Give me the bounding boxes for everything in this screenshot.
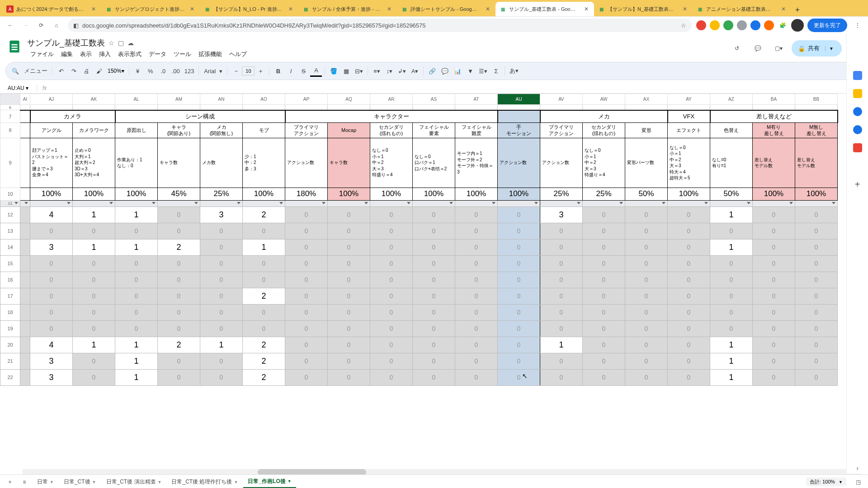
data-cell[interactable]: 0: [370, 206, 413, 223]
halign-button[interactable]: ≡▾: [371, 65, 382, 77]
percent-cell[interactable]: 100%: [328, 188, 370, 200]
spreadsheet-grid[interactable]: AIAJAKALAMANAOAPAQARASATAUAVAWAXAYAZBABB…: [0, 94, 838, 386]
data-cell[interactable]: 0: [795, 320, 838, 337]
data-cell[interactable]: 0: [540, 353, 583, 369]
filter-button[interactable]: [583, 200, 625, 206]
close-tab-icon[interactable]: ✕: [387, 6, 393, 12]
percent-cell[interactable]: 100%: [413, 188, 455, 200]
data-cell[interactable]: 0: [795, 239, 838, 255]
data-cell[interactable]: 1: [200, 337, 243, 353]
chevron-down-icon[interactable]: ▼: [825, 46, 834, 51]
data-cell[interactable]: 0: [753, 223, 795, 239]
data-cell[interactable]: 3: [540, 206, 583, 223]
filter-button[interactable]: [243, 200, 285, 206]
column-header[interactable]: AR: [370, 94, 413, 105]
data-cell[interactable]: 1: [73, 337, 115, 353]
data-cell[interactable]: 0: [370, 288, 413, 304]
data-cell[interactable]: 0: [455, 255, 498, 272]
percent-cell[interactable]: 45%: [158, 188, 200, 200]
data-cell[interactable]: 3: [200, 206, 243, 223]
update-button[interactable]: 更新を完了: [807, 19, 847, 32]
data-cell[interactable]: 0: [158, 272, 200, 288]
row-header[interactable]: 13: [0, 223, 20, 239]
data-cell[interactable]: 1: [243, 239, 285, 255]
star-icon[interactable]: ☆: [108, 39, 114, 47]
data-cell[interactable]: 1: [540, 337, 583, 353]
filter-button[interactable]: [710, 200, 753, 206]
data-cell[interactable]: 0: [540, 255, 583, 272]
row-header[interactable]: 19: [0, 320, 20, 337]
new-tab-button[interactable]: +: [791, 4, 804, 16]
filter-button[interactable]: [370, 200, 413, 206]
undo-button[interactable]: ↶: [55, 65, 67, 77]
font-size-input[interactable]: 10: [242, 66, 255, 75]
data-cell[interactable]: 0: [625, 369, 668, 385]
data-cell[interactable]: 0: [328, 337, 370, 353]
maps-icon[interactable]: [853, 143, 862, 152]
data-cell[interactable]: 0: [115, 255, 158, 272]
profile-avatar[interactable]: [791, 19, 804, 32]
menu-item[interactable]: ヘルプ: [226, 49, 250, 59]
data-cell[interactable]: 0: [285, 353, 328, 369]
data-cell[interactable]: 0: [413, 288, 455, 304]
percent-cell[interactable]: 100%: [115, 188, 158, 200]
all-sheets-button[interactable]: ≡: [18, 476, 31, 488]
filter-button[interactable]: [200, 200, 243, 206]
extension-icon[interactable]: [764, 20, 774, 30]
sheet-tab[interactable]: 日常_CT後▼: [59, 476, 101, 488]
data-cell[interactable]: 0: [200, 255, 243, 272]
extension-icon[interactable]: [750, 20, 760, 30]
data-cell[interactable]: 0: [540, 320, 583, 337]
data-cell[interactable]: 0: [795, 255, 838, 272]
menu-item[interactable]: 編集: [58, 49, 76, 59]
data-cell[interactable]: 0: [498, 288, 540, 304]
increase-font-button[interactable]: +: [255, 65, 266, 77]
increase-decimal-button[interactable]: .00: [170, 65, 182, 77]
browser-tab[interactable]: ▦サンプル_基礎工数表 - Goo…✕: [495, 2, 594, 16]
percent-cell[interactable]: 100%: [795, 188, 838, 200]
data-cell[interactable]: 0: [668, 337, 710, 353]
menu-item[interactable]: ファイル: [27, 49, 57, 59]
data-cell[interactable]: 1: [115, 239, 158, 255]
browser-tab[interactable]: ▦【サンプル】N_基礎工数表…✕: [594, 2, 693, 16]
data-cell[interactable]: 2: [243, 206, 285, 223]
data-cell[interactable]: 0: [370, 304, 413, 320]
data-cell[interactable]: 0: [243, 272, 285, 288]
hide-sidepanel-icon[interactable]: ›: [853, 465, 862, 474]
url-input[interactable]: ◧ docs.google.com/spreadsheets/d/1db0gEv…: [68, 19, 692, 32]
data-cell[interactable]: 0: [370, 272, 413, 288]
column-header[interactable]: AP: [285, 94, 328, 105]
data-cell[interactable]: 0: [753, 206, 795, 223]
data-cell[interactable]: 1: [73, 206, 115, 223]
data-cell[interactable]: 0: [243, 255, 285, 272]
data-cell[interactable]: 0: [795, 206, 838, 223]
select-all-cell[interactable]: [0, 94, 20, 105]
data-cell[interactable]: 0: [498, 369, 540, 385]
redo-button[interactable]: ↷: [68, 65, 80, 77]
filter-button[interactable]: [795, 200, 838, 206]
data-cell[interactable]: 2: [243, 288, 285, 304]
comments-icon[interactable]: 💬: [750, 41, 765, 56]
strikethrough-button[interactable]: S: [297, 65, 309, 77]
data-cell[interactable]: 0: [413, 255, 455, 272]
data-cell[interactable]: 0: [753, 369, 795, 385]
add-icon[interactable]: +: [853, 179, 862, 188]
data-cell[interactable]: 0: [328, 353, 370, 369]
data-cell[interactable]: 0: [413, 223, 455, 239]
horizontal-scrollbar[interactable]: [23, 469, 862, 474]
extension-icon[interactable]: [710, 20, 720, 30]
data-cell[interactable]: 0: [200, 304, 243, 320]
sheet-tab[interactable]: 日常▼: [33, 476, 58, 488]
back-button[interactable]: ←: [4, 19, 17, 32]
chevron-down-icon[interactable]: ▼: [234, 480, 238, 484]
column-header[interactable]: AQ: [328, 94, 370, 105]
data-cell[interactable]: 0: [200, 369, 243, 385]
data-cell[interactable]: 0: [30, 255, 73, 272]
data-cell[interactable]: 0: [200, 223, 243, 239]
data-cell[interactable]: 2: [243, 337, 285, 353]
chevron-down-icon[interactable]: ▼: [92, 480, 96, 484]
explore-button[interactable]: ◳: [852, 476, 864, 488]
data-cell[interactable]: 0: [158, 304, 200, 320]
data-cell[interactable]: 0: [243, 320, 285, 337]
percent-cell[interactable]: 100%: [370, 188, 413, 200]
